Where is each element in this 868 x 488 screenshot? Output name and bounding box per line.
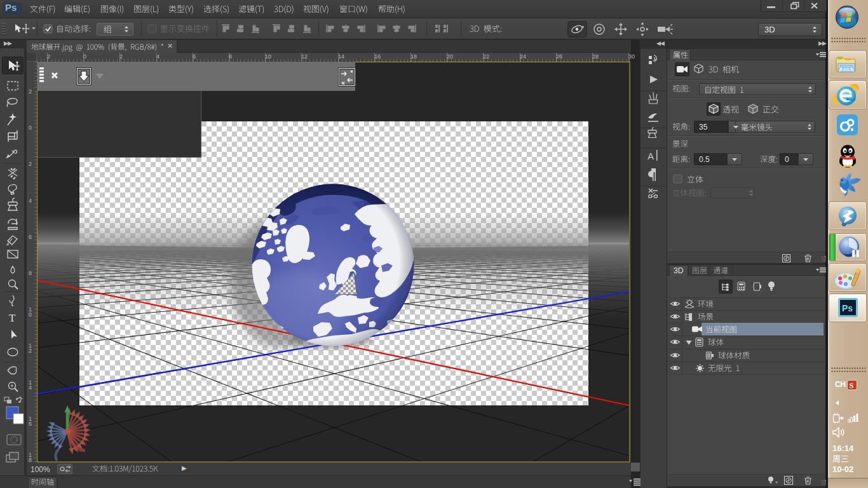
svg-text:S: S [850,381,854,390]
svg-text:Ps: Ps [842,303,853,313]
